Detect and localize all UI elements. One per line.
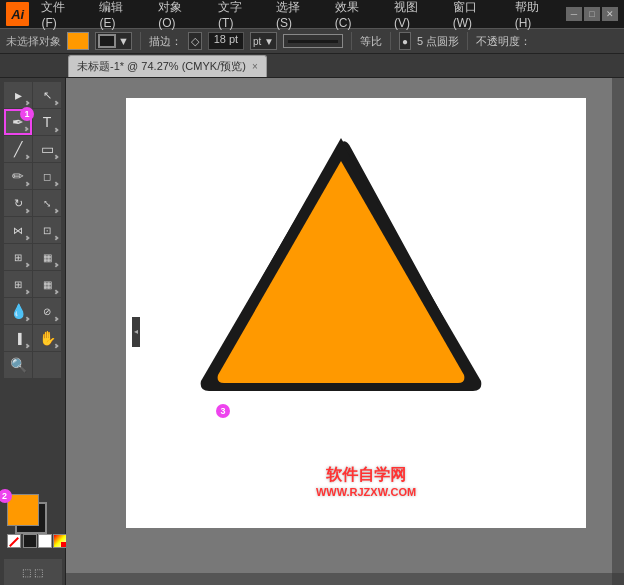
symbol-tool[interactable]: ⊞: [4, 244, 32, 270]
scroll-corner: [612, 573, 624, 585]
black-swatch[interactable]: [23, 534, 37, 548]
sep2: [351, 32, 352, 50]
menu-bar: 文件(F) 编辑(E) 对象(O) 文字(T) 选择(S) 效果(C) 视图(V…: [37, 0, 558, 32]
hand-icon: ✋: [39, 330, 56, 346]
zoom-icon: 🔍: [10, 357, 27, 373]
stroke-dropdown[interactable]: ▼: [95, 32, 132, 50]
win-maximize[interactable]: □: [584, 7, 600, 21]
stroke-size-dropdown[interactable]: ◇: [188, 32, 202, 50]
tool-row-warp: ⋈ ⊡: [4, 217, 61, 243]
tool-row-eyedropper: 💧 ⊘: [4, 298, 61, 324]
mesh-tool[interactable]: ⊞: [4, 271, 32, 297]
title-bar: Ai 文件(F) 编辑(E) 对象(O) 文字(T) 选择(S) 效果(C) 视…: [0, 0, 624, 28]
watermark-line2: WWW.RJZXW.COM: [316, 486, 416, 498]
document-tab[interactable]: 未标题-1* @ 74.27% (CMYK/预览) ×: [68, 55, 267, 77]
main-layout: ▸ ↖ ✒ 1 T ╱: [0, 78, 624, 585]
opacity-label: 不透明度：: [476, 34, 531, 49]
empty-tool: [33, 352, 61, 378]
stroke-label: 描边：: [149, 34, 182, 49]
pencil-tool[interactable]: ✏: [4, 163, 32, 189]
tab-close-button[interactable]: ×: [252, 61, 258, 72]
menu-window[interactable]: 窗口(W): [449, 0, 499, 32]
stroke-size-input[interactable]: 18 pt: [208, 32, 244, 50]
selection-tool[interactable]: ▸: [4, 82, 32, 108]
menu-object[interactable]: 对象(O): [154, 0, 202, 32]
sep3: [390, 32, 391, 50]
menu-edit[interactable]: 编辑(E): [95, 0, 142, 32]
artboard[interactable]: 软件自学网 WWW.RJZXW.COM 3: [126, 98, 586, 528]
artboard-tool[interactable]: ⬚ ⬚: [4, 559, 62, 585]
bar-graph-tool[interactable]: ▐: [4, 325, 32, 351]
warp-tool[interactable]: ⋈: [4, 217, 32, 243]
column-graph-icon: ▦: [43, 252, 52, 263]
eyedropper-icon: 💧: [10, 303, 27, 319]
watermark-line1: 软件自学网: [326, 466, 406, 483]
tool-row-line: ╱ ▭: [4, 136, 61, 162]
swatch-colors: [23, 534, 67, 548]
menu-view[interactable]: 视图(V): [390, 0, 437, 32]
free-transform-tool[interactable]: ⊡: [33, 217, 61, 243]
menu-help[interactable]: 帮助(H): [511, 0, 558, 32]
pen-tool-badge: 1: [20, 107, 34, 121]
toolbox: ▸ ↖ ✒ 1 T ╱: [0, 78, 66, 585]
symbol-icon: ⊞: [14, 252, 22, 263]
tool-row-rotate: ↻ ⤡: [4, 190, 61, 216]
ratio-label: 等比: [360, 34, 382, 49]
sep4: [467, 32, 468, 50]
object-label: 未选择对象: [6, 34, 61, 49]
paint-bucket-tool[interactable]: ⊘: [33, 298, 61, 324]
line-icon: ╱: [14, 141, 22, 157]
vertical-scrollbar[interactable]: [612, 78, 624, 573]
fill-swatch-badge: 2: [0, 489, 12, 503]
color-area: 2: [3, 490, 63, 552]
column-graph-tool[interactable]: ▦: [33, 244, 61, 270]
win-minimize[interactable]: ─: [566, 7, 582, 21]
scale-icon: ⤡: [43, 198, 51, 209]
rectangle-tool[interactable]: ▭: [33, 136, 61, 162]
collapse-handle[interactable]: ◂: [132, 317, 140, 347]
mesh-icon: ⊞: [14, 279, 22, 290]
line-tool[interactable]: ╱: [4, 136, 32, 162]
hand-tool[interactable]: ✋: [33, 325, 61, 351]
warning-triangle[interactable]: [186, 123, 496, 403]
artboard-icon: ⬚ ⬚: [22, 567, 43, 578]
zoom-tool[interactable]: 🔍: [4, 352, 32, 378]
window-controls: ─ □ ✕: [566, 7, 618, 21]
white-swatch[interactable]: [38, 534, 52, 548]
tab-title: 未标题-1* @ 74.27% (CMYK/预览): [77, 59, 246, 74]
tool-row-zoom: 🔍: [4, 352, 61, 378]
eraser-tool[interactable]: ◻: [33, 163, 61, 189]
tool-row-select: ▸ ↖: [4, 82, 61, 108]
menu-select[interactable]: 选择(S): [272, 0, 319, 32]
menu-effect[interactable]: 效果(C): [331, 0, 378, 32]
canvas-area[interactable]: ◂ 软件自学网 WWW.RJZXW.COM: [66, 78, 624, 585]
tool-row-brush: ✏ ◻: [4, 163, 61, 189]
rectangle-icon: ▭: [41, 141, 54, 157]
tool-row-symbol: ⊞ ▦: [4, 244, 61, 270]
gradient-tool[interactable]: ▦: [33, 271, 61, 297]
gradient-icon: ▦: [43, 279, 52, 290]
direct-selection-tool[interactable]: ↖: [33, 82, 61, 108]
stroke-unit-dropdown[interactable]: pt ▼: [250, 32, 277, 50]
scale-tool[interactable]: ⤡: [33, 190, 61, 216]
gradient-swatch[interactable]: [53, 534, 67, 548]
pen-tool[interactable]: ✒ 1: [4, 109, 32, 135]
fill-swatch[interactable]: [67, 32, 89, 50]
type-tool[interactable]: T: [33, 109, 61, 135]
selection-icon: ▸: [15, 87, 22, 103]
stroke-preview: [283, 34, 343, 48]
menu-text[interactable]: 文字(T): [214, 0, 260, 32]
warp-icon: ⋈: [13, 225, 23, 236]
swatch-stack: 2: [7, 494, 51, 532]
eyedropper-tool[interactable]: 💧: [4, 298, 32, 324]
rotate-icon: ↻: [14, 197, 23, 210]
menu-file[interactable]: 文件(F): [37, 0, 83, 32]
direct-selection-icon: ↖: [43, 89, 52, 102]
horizontal-scrollbar[interactable]: [66, 573, 612, 585]
rotate-tool[interactable]: ↻: [4, 190, 32, 216]
corner-dropdown[interactable]: ●: [399, 32, 411, 50]
tool-row-slice: ▐ ✋: [4, 325, 61, 351]
win-close[interactable]: ✕: [602, 7, 618, 21]
none-swatch[interactable]: [7, 534, 21, 548]
tool-row-pen: ✒ 1 T: [4, 109, 61, 135]
